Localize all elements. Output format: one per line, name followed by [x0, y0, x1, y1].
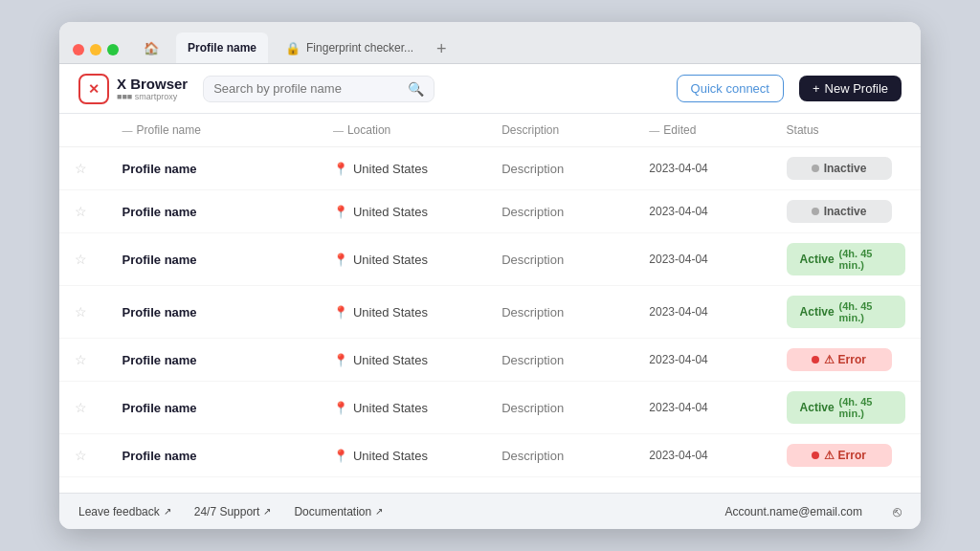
logo-text: X Browser ■■■ smartproxy [117, 76, 188, 101]
location-value: United States [353, 305, 428, 320]
profile-name-cell: Profile name [107, 339, 318, 382]
status-cell: ⚠ Error [771, 339, 921, 382]
table-row[interactable]: ☆ Profile name 📍 United States Descripti… [59, 147, 921, 190]
location-cell: 📍 United States [318, 339, 486, 382]
description-cell: Description [486, 286, 634, 339]
favorite-star[interactable]: ☆ [59, 382, 107, 434]
status-badge: Inactive [787, 200, 892, 223]
status-cell: Inactive [771, 147, 921, 190]
footer-support-link[interactable]: 24/7 Support ↗ [194, 505, 272, 518]
pin-icon: 📍 [333, 205, 348, 219]
pin-icon: 📍 [333, 449, 348, 463]
table-row[interactable]: ☆ Profile name 📍 United States Descripti… [59, 190, 921, 233]
profile-name-cell: Profile name [107, 147, 318, 190]
favorite-star[interactable]: ☆ [59, 190, 107, 233]
tab-profile-name-label: Profile name [188, 41, 256, 55]
favorite-star[interactable]: ☆ [59, 233, 107, 286]
search-icon: 🔍 [408, 81, 424, 97]
location-cell: 📍 United States [318, 147, 486, 190]
status-dot-inactive [812, 208, 819, 215]
location-cell: 📍 United States [318, 233, 486, 286]
status-badge: Active (4h. 45 min.) [787, 243, 905, 276]
status-badge: ⚠ Error [787, 444, 892, 467]
favorite-star[interactable]: ☆ [59, 147, 107, 190]
location-value: United States [353, 449, 428, 463]
maximize-button[interactable] [107, 44, 119, 55]
tab-home-icon[interactable]: 🏠 [132, 33, 170, 63]
pin-icon: 📍 [333, 353, 348, 367]
pin-icon: 📍 [333, 162, 348, 176]
new-profile-label: New Profile [825, 81, 888, 96]
col-header-name-label: Profile name [137, 123, 201, 137]
status-badge: Active (4h. 45 min.) [787, 391, 905, 424]
footer-feedback-link[interactable]: Leave feedback ↗ [78, 505, 171, 518]
profile-name: Profile name [122, 162, 197, 176]
status-cell: Active (4h. 45 min.) [771, 233, 921, 286]
new-profile-button[interactable]: + New Profile [799, 76, 902, 101]
table-row[interactable]: ☆ Profile name 📍 United States Descripti… [59, 286, 921, 339]
description-cell: Description [486, 382, 634, 434]
status-cell: Active (4h. 45 min.) [771, 382, 921, 434]
profile-name: Profile name [122, 205, 197, 219]
edited-cell: 2023-04-04 [634, 147, 770, 190]
status-badge: Inactive [787, 157, 892, 180]
edited-cell: 2023-04-04 [634, 339, 770, 382]
tab-fingerprint[interactable]: 🔒 Fingerprint checker... [274, 33, 425, 63]
location-cell: 📍 United States [318, 190, 486, 233]
col-header-location-label: Location [347, 123, 390, 137]
logo-sub: ■■■ smartproxy [117, 92, 188, 101]
col-header-name[interactable]: — Profile name [107, 114, 318, 147]
status-cell: Active (4h. 45 min.) [771, 286, 921, 339]
table-row[interactable]: ☆ Profile name 📍 United States Descripti… [59, 434, 921, 477]
table-row[interactable]: ☆ Profile name 📍 United States Descripti… [59, 233, 921, 286]
search-input[interactable] [213, 81, 400, 96]
location-value: United States [353, 205, 428, 219]
close-button[interactable] [73, 44, 84, 55]
favorite-star[interactable]: ☆ [59, 339, 107, 382]
quick-connect-button[interactable]: Quick connect [677, 75, 784, 102]
col-header-edited[interactable]: — Edited [634, 114, 770, 147]
col-sort-name-icon: — [122, 124, 133, 136]
minimize-button[interactable] [90, 44, 101, 55]
location-cell: 📍 United States [318, 286, 486, 339]
profile-table-container: — Profile name — Location Description [59, 114, 921, 493]
logo: ✕ X Browser ■■■ smartproxy [78, 74, 188, 104]
profile-table: — Profile name — Location Description [59, 114, 921, 477]
location-value: United States [353, 253, 428, 267]
tab-profile-name[interactable]: Profile name [176, 33, 268, 63]
col-header-location[interactable]: — Location [318, 114, 486, 147]
col-header-star [59, 114, 107, 147]
description-cell: Description [486, 147, 634, 190]
edited-cell: 2023-04-04 [634, 190, 770, 233]
profile-name: Profile name [122, 253, 197, 267]
logo-icon: ✕ [78, 74, 109, 104]
logo-title: X Browser [117, 76, 188, 92]
edited-cell: 2023-04-04 [634, 286, 770, 339]
col-header-status-label: Status [787, 123, 819, 137]
footer-feedback-label: Leave feedback [78, 505, 160, 518]
col-header-description-label: Description [501, 123, 559, 137]
col-sort-location-icon: — [333, 124, 344, 136]
col-sort-edited-icon: — [649, 124, 659, 136]
favorite-star[interactable]: ☆ [59, 434, 107, 477]
status-badge: ⚠ Error [787, 348, 892, 371]
profile-name-cell: Profile name [107, 382, 318, 434]
app-window: 🏠 Profile name 🔒 Fingerprint checker... … [59, 22, 921, 529]
profile-name: Profile name [122, 353, 197, 367]
profile-name: Profile name [122, 305, 197, 320]
tab-fingerprint-label: Fingerprint checker... [306, 41, 413, 55]
table-row[interactable]: ☆ Profile name 📍 United States Descripti… [59, 382, 921, 434]
pin-icon: 📍 [333, 253, 348, 267]
logout-icon[interactable]: ⎋ [893, 503, 902, 519]
edited-cell: 2023-04-04 [634, 434, 770, 477]
footer-docs-label: Documentation [294, 505, 371, 518]
new-tab-button[interactable]: + [431, 40, 453, 57]
table-row[interactable]: ☆ Profile name 📍 United States Descripti… [59, 339, 921, 382]
table-header-row: — Profile name — Location Description [59, 114, 921, 147]
footer-docs-arrow: ↗ [375, 506, 383, 517]
footer-docs-link[interactable]: Documentation ↗ [294, 505, 383, 518]
status-dot-error [812, 452, 819, 459]
location-value: United States [353, 353, 428, 367]
favorite-star[interactable]: ☆ [59, 286, 107, 339]
profile-name-cell: Profile name [107, 434, 318, 477]
